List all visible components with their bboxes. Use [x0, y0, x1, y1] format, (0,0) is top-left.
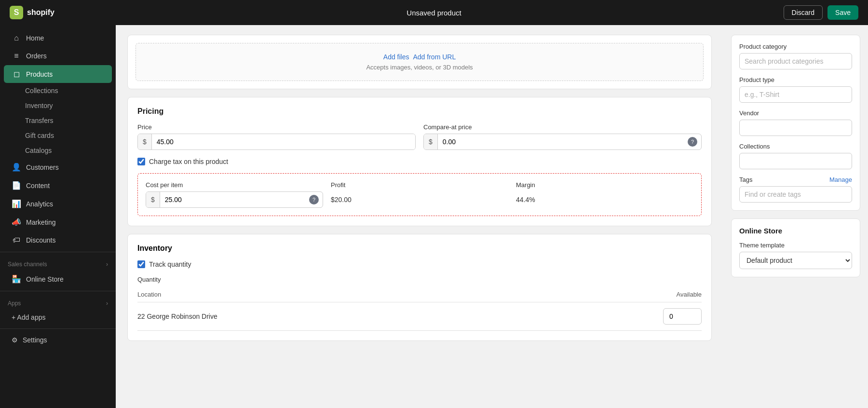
compare-price-input-wrapper: $ ? [423, 134, 702, 150]
compare-price-label: Compare-at price [423, 123, 702, 131]
sidebar-item-customers-label: Customers [26, 163, 59, 171]
quantity-section: Quantity Location Available 22 George Ro… [137, 276, 702, 331]
shopify-logo-icon: S [10, 6, 23, 19]
cost-help-icon[interactable]: ? [309, 195, 319, 204]
cost-per-item-field: Cost per item $ ? [146, 181, 323, 208]
cost-prefix: $ [146, 192, 160, 207]
compare-help-icon[interactable]: ? [688, 137, 697, 147]
profit-field: Profit $20.00 [331, 181, 508, 208]
sidebar-item-catalogs[interactable]: Catalogs [21, 143, 116, 158]
sidebar-divider [0, 252, 116, 252]
content-area: Add files Add from URL Accepts images, v… [116, 25, 868, 408]
online-store-icon: 🏪 [12, 274, 21, 284]
quantity-table: Location Available 22 George Robinson Dr… [137, 287, 702, 331]
add-from-url-link[interactable]: Add from URL [413, 53, 456, 61]
profit-label: Profit [331, 181, 508, 189]
media-upload-area: Add files Add from URL Accepts images, v… [136, 43, 704, 81]
quantity-input[interactable] [663, 308, 702, 325]
sidebar-item-content-label: Content [26, 182, 50, 190]
margin-field: Margin 44.4% [516, 181, 693, 208]
inventory-title: Inventory [137, 244, 702, 253]
topbar-actions: Discard Save [784, 5, 858, 20]
right-panel: Product category Product type Vendor Col… [723, 25, 868, 408]
collections-input[interactable] [739, 153, 852, 169]
inventory-card: Inventory Track quantity Quantity Locati… [127, 234, 712, 341]
discounts-icon: 🏷 [12, 236, 21, 245]
sidebar-item-online-store[interactable]: 🏪 Online Store [4, 270, 112, 288]
settings-icon: ⚙ [12, 336, 18, 344]
sidebar-item-marketing[interactable]: 📣 Marketing [4, 213, 112, 231]
sidebar-item-discounts-label: Discounts [26, 236, 55, 244]
track-quantity-label: Track quantity [149, 260, 191, 268]
cost-input[interactable] [160, 192, 309, 207]
tags-label: Tags [739, 176, 752, 183]
sidebar-item-transfers[interactable]: Transfers [21, 113, 116, 128]
sidebar-item-marketing-label: Marketing [26, 218, 55, 226]
marketing-icon: 📣 [12, 218, 21, 227]
sidebar-item-collections[interactable]: Collections [21, 83, 116, 98]
orders-icon: ≡ [12, 52, 21, 60]
pricing-card: Pricing Price $ Compare-at price $ [127, 97, 712, 226]
sidebar-item-discounts[interactable]: 🏷 Discounts [4, 231, 112, 249]
sidebar-item-home[interactable]: ⌂ Home [4, 29, 112, 47]
vendor-input[interactable] [739, 120, 852, 136]
products-icon: ◻ [12, 69, 21, 79]
product-category-input[interactable] [739, 53, 852, 69]
product-category-label: Product category [739, 43, 852, 50]
sidebar-item-inventory[interactable]: Inventory [21, 98, 116, 113]
price-input[interactable] [152, 134, 415, 150]
online-store-title: Online Store [739, 227, 852, 235]
compare-price-input[interactable] [438, 134, 688, 150]
add-files-link[interactable]: Add files [383, 53, 409, 61]
sidebar-item-online-store-label: Online Store [26, 275, 64, 283]
sidebar-item-settings-label: Settings [23, 336, 47, 344]
pricing-title: Pricing [137, 107, 702, 116]
manage-tags-link[interactable]: Manage [829, 176, 852, 183]
sidebar-item-customers[interactable]: 👤 Customers [4, 158, 112, 176]
media-card: Add files Add from URL Accepts images, v… [127, 35, 712, 89]
theme-template-label: Theme template [739, 242, 852, 249]
apps-section: Apps › [0, 294, 116, 309]
shopify-logo: S shopify [10, 6, 54, 19]
media-upload-links: Add files Add from URL [146, 53, 693, 61]
online-store-card: Online Store Theme template Default prod… [731, 218, 860, 277]
sidebar-item-settings[interactable]: ⚙ Settings [4, 332, 112, 348]
track-quantity-checkbox[interactable] [137, 260, 145, 268]
sidebar-products-sub: Collections Inventory Transfers Gift car… [0, 83, 116, 158]
available-cell [518, 302, 702, 331]
sidebar-item-content[interactable]: 📄 Content [4, 177, 112, 194]
chevron-right-icon: › [106, 261, 108, 268]
home-icon: ⌂ [12, 34, 21, 42]
tags-header: Tags Manage [739, 176, 852, 183]
price-prefix: $ [138, 134, 152, 150]
sales-channels-label: Sales channels [8, 261, 47, 268]
profit-value: $20.00 [331, 191, 508, 208]
cost-section: Cost per item $ ? Profit $20.00 [137, 173, 702, 216]
product-type-input[interactable] [739, 86, 852, 103]
sidebar-item-products-label: Products [26, 70, 53, 78]
tags-input[interactable] [739, 186, 852, 203]
theme-template-select[interactable]: Default productCustom product [739, 252, 852, 269]
charge-tax-checkbox[interactable] [137, 158, 145, 165]
analytics-icon: 📊 [12, 199, 21, 208]
sidebar-item-orders[interactable]: ≡ Orders [4, 47, 112, 65]
main-layout: ⌂ Home ≡ Orders ◻ Products Collections I… [0, 25, 868, 408]
sidebar-item-gift-cards[interactable]: Gift cards [21, 128, 116, 143]
compare-price-field: Compare-at price $ ? [423, 123, 702, 150]
cost-grid: Cost per item $ ? Profit $20.00 [146, 181, 693, 208]
customers-icon: 👤 [12, 163, 21, 172]
track-quantity-row: Track quantity [137, 260, 702, 268]
add-apps-label: + Add apps [12, 313, 45, 321]
topbar: S shopify Unsaved product Discard Save [0, 0, 868, 25]
vendor-label: Vendor [739, 109, 852, 117]
content-icon: 📄 [12, 181, 21, 190]
topbar-left: S shopify [10, 6, 54, 19]
discard-button[interactable]: Discard [784, 5, 823, 20]
sales-channels-section: Sales channels › [0, 255, 116, 270]
sidebar-item-analytics[interactable]: 📊 Analytics [4, 195, 112, 213]
sidebar-item-add-apps[interactable]: + Add apps [4, 309, 112, 326]
sidebar-item-products[interactable]: ◻ Products [4, 65, 112, 83]
shopify-logo-text: shopify [27, 8, 54, 17]
save-button[interactable]: Save [827, 5, 858, 20]
media-upload-hint: Accepts images, videos, or 3D models [146, 64, 693, 71]
